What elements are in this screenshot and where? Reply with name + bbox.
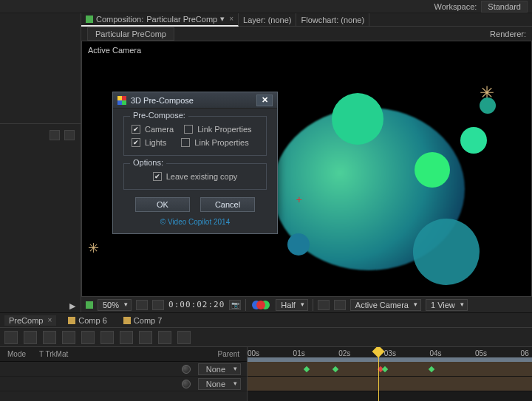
- panel-icon[interactable]: [64, 130, 75, 140]
- timeline-panel: PreComp × Comp 6 Comp 7 Mode T TrkMat Pa…: [0, 312, 532, 401]
- panel-icon[interactable]: [50, 130, 60, 140]
- left-panel-icons: [0, 124, 81, 146]
- transparency-grid-icon[interactable]: [334, 300, 346, 310]
- checkbox-icon[interactable]: [181, 138, 190, 147]
- particle: [332, 93, 383, 145]
- dialog-body: Pre-Compose: Camera Link Properties Ligh…: [113, 109, 277, 233]
- ok-button[interactable]: OK: [135, 197, 190, 212]
- mask-icon[interactable]: [152, 300, 164, 310]
- tab-label: Comp 6: [78, 316, 107, 325]
- parent-dropdown[interactable]: None: [198, 378, 241, 390]
- timeline-tab[interactable]: Comp 7: [119, 315, 167, 326]
- close-icon[interactable]: ×: [229, 15, 233, 23]
- flowchart-tab[interactable]: Flowchart: (none): [296, 13, 369, 27]
- camera-link-label: Link Properties: [197, 125, 251, 134]
- separator: [313, 299, 313, 311]
- workspace-dropdown[interactable]: Standard: [481, 1, 528, 13]
- timeline-left: Mode T TrkMat Parent None None: [0, 347, 248, 401]
- layer-bar[interactable]: [248, 377, 532, 391]
- workspace-label: Workspace:: [434, 2, 477, 11]
- toolbar-icon[interactable]: [62, 331, 75, 344]
- view-dropdown[interactable]: Active Camera: [350, 299, 421, 311]
- composition-tabs: Composition: Particular PreComp ▾ × Laye…: [81, 13, 532, 27]
- toolbar-icon[interactable]: [177, 331, 191, 344]
- lights-link-label: Link Properties: [194, 138, 248, 147]
- checkbox-icon[interactable]: [153, 172, 162, 181]
- pickwhip-icon[interactable]: [182, 365, 191, 374]
- layer-track[interactable]: [248, 377, 532, 391]
- column-headers: Mode T TrkMat Parent: [0, 347, 247, 362]
- parent-dropdown[interactable]: None: [198, 363, 241, 375]
- view-count-dropdown[interactable]: 1 View: [426, 299, 468, 311]
- renderer-label: Renderer:: [490, 30, 526, 38]
- camera-link-checkbox-row[interactable]: Link Properties: [184, 125, 251, 134]
- close-icon[interactable]: ×: [47, 316, 52, 324]
- toolbar-icon[interactable]: [100, 331, 114, 344]
- ruler-tick: 03s: [384, 349, 396, 357]
- timeline-right[interactable]: 00s 01s 02s 03s 04s 05s 06: [248, 347, 532, 401]
- channel-icon[interactable]: [256, 301, 265, 309]
- timeline-tab[interactable]: Comp 6: [64, 315, 112, 326]
- copyright-label: © Video Copilot 2014: [123, 218, 267, 226]
- composition-tab-active[interactable]: Composition: Particular PreComp ▾ ×: [81, 13, 239, 27]
- lights-link-checkbox-row[interactable]: Link Properties: [181, 138, 248, 147]
- layer-row[interactable]: None: [0, 362, 247, 377]
- checkbox-icon[interactable]: [132, 138, 140, 147]
- checkbox-icon[interactable]: [132, 125, 140, 134]
- toolbar-icon[interactable]: [43, 331, 56, 344]
- checkbox-icon[interactable]: [184, 125, 193, 134]
- workspace-bar: Workspace: Standard: [0, 0, 532, 13]
- tab-label: PreComp: [9, 316, 43, 325]
- current-time-indicator[interactable]: [378, 347, 379, 401]
- leave-copy-checkbox-row[interactable]: Leave existing copy: [153, 172, 238, 181]
- camera-checkbox-row[interactable]: Camera: [132, 125, 174, 134]
- grid-icon[interactable]: [136, 300, 148, 310]
- dialog-titlebar[interactable]: 3D Pre-Compose ✕: [113, 92, 277, 109]
- layer-row[interactable]: None: [0, 377, 247, 391]
- close-button[interactable]: ✕: [256, 95, 273, 106]
- resolution-dropdown[interactable]: Half: [276, 299, 308, 311]
- timeline-tab[interactable]: PreComp ×: [4, 315, 56, 326]
- layer-track[interactable]: [248, 362, 532, 377]
- dialog-icon: [117, 96, 126, 105]
- toolbar-icon[interactable]: [81, 331, 95, 344]
- left-panel-section: [0, 13, 81, 124]
- separator: [245, 299, 246, 311]
- comp-name: Particular PreComp: [146, 15, 217, 24]
- pickwhip-icon[interactable]: [182, 380, 191, 388]
- col-parent: Parent: [218, 350, 239, 358]
- toolbar-icon[interactable]: [139, 331, 152, 344]
- layer-tab[interactable]: Layer: (none): [239, 13, 296, 27]
- fieldset-legend: Pre-Compose:: [130, 111, 188, 120]
- toolbar-icon[interactable]: [24, 331, 37, 344]
- time-ruler[interactable]: 00s 01s 02s 03s 04s 05s 06: [248, 347, 532, 362]
- camera-label: Camera: [145, 125, 174, 134]
- timecode[interactable]: 0:00:02:20: [168, 300, 225, 309]
- cancel-button[interactable]: Cancel: [200, 197, 255, 212]
- snapshot-icon[interactable]: [229, 300, 241, 310]
- toolbar-icon[interactable]: [158, 331, 171, 344]
- ruler-tick: 06: [521, 349, 529, 357]
- comp-icon: [68, 317, 75, 324]
- particle: [415, 152, 450, 188]
- lights-checkbox-row[interactable]: Lights: [132, 138, 166, 147]
- zoom-dropdown[interactable]: 50%: [98, 299, 132, 311]
- dialog-title: 3D Pre-Compose: [131, 96, 194, 105]
- tab-menu-icon[interactable]: ▾: [220, 14, 225, 24]
- ruler-tick: 05s: [475, 349, 487, 357]
- timeline-toolbar: [0, 328, 532, 347]
- tab-label: Comp 7: [134, 316, 163, 325]
- toolbar-icon[interactable]: [4, 331, 18, 344]
- comp-icon[interactable]: [86, 301, 93, 309]
- subtab-active[interactable]: Particular PreComp: [87, 27, 174, 41]
- precompose-dialog: 3D Pre-Compose ✕ Pre-Compose: Camera Lin…: [112, 92, 278, 234]
- play-icon[interactable]: ▶: [64, 298, 81, 313]
- composition-subtabs: Particular PreComp Renderer:: [81, 27, 532, 41]
- region-icon[interactable]: [318, 300, 330, 310]
- particle: [460, 127, 487, 154]
- timeline-tabs: PreComp × Comp 6 Comp 7: [0, 313, 532, 328]
- layer-bar[interactable]: [248, 362, 532, 376]
- comp-icon: [86, 16, 93, 23]
- toolbar-icon[interactable]: [120, 331, 133, 344]
- options-fieldset: Options: Leave existing copy: [123, 163, 267, 190]
